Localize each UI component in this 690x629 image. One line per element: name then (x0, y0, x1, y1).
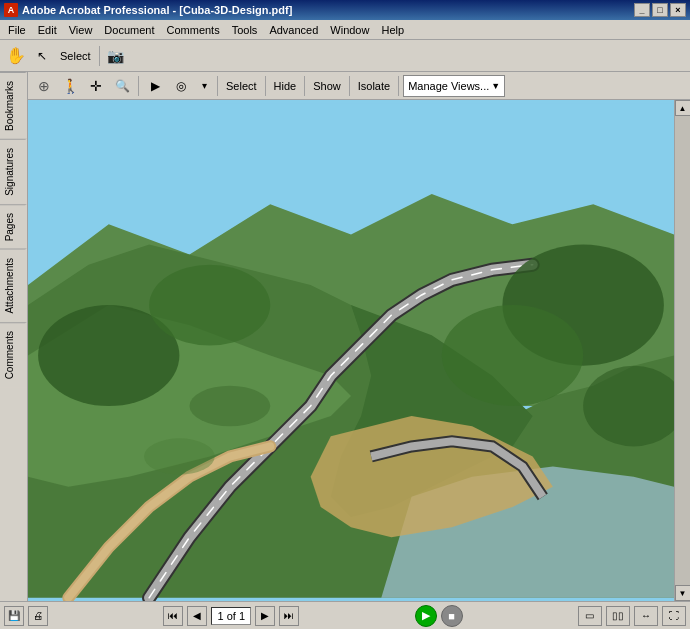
fit-width-button[interactable]: ↔ (634, 606, 658, 626)
menu-view[interactable]: View (63, 20, 99, 39)
last-page-button[interactable]: ⏭ (279, 606, 299, 626)
separator-2 (217, 76, 218, 96)
scroll-track (675, 116, 691, 585)
select-label[interactable]: Select (56, 48, 95, 64)
svg-point-13 (144, 438, 215, 474)
separator-1 (138, 76, 139, 96)
window-title: Adobe Acrobat Professional - [Cuba-3D-De… (22, 4, 292, 16)
3d-dropdown-button[interactable]: ▾ (195, 74, 213, 98)
title-bar-left: A Adobe Acrobat Professional - [Cuba-3D-… (4, 3, 292, 17)
stop-gray-button[interactable]: ■ (441, 605, 463, 627)
manage-views-button[interactable]: Manage Views... ▼ (403, 75, 505, 97)
content-area: ⊕ 🚶 ✛ 🔍 ▶ ◎ ▾ Select Hide Show Isolate (28, 72, 690, 601)
toolbar-3d: ⊕ 🚶 ✛ 🔍 ▶ ◎ ▾ Select Hide Show Isolate (28, 72, 690, 100)
3d-canvas[interactable] (28, 100, 674, 601)
first-page-button[interactable]: ⏮ (163, 606, 183, 626)
menu-file[interactable]: File (2, 20, 32, 39)
status-bar: 💾 🖨 ⏮ ◀ ▶ ⏭ ▶ ■ ▭ ▯▯ ↔ ⛶ (0, 601, 690, 629)
toolbar-separator (99, 46, 100, 66)
title-controls[interactable]: _ □ × (634, 3, 686, 17)
prev-page-button[interactable]: ◀ (187, 606, 207, 626)
sidebar-tab-pages[interactable]: Pages (0, 204, 27, 249)
sidebar: Bookmarks Signatures Pages Attachments C… (0, 72, 28, 601)
play-controls: ▶ ■ (415, 605, 463, 627)
menu-window[interactable]: Window (324, 20, 375, 39)
svg-point-8 (149, 265, 270, 346)
main-area: Bookmarks Signatures Pages Attachments C… (0, 72, 690, 601)
menu-document[interactable]: Document (98, 20, 160, 39)
menu-tools[interactable]: Tools (226, 20, 264, 39)
separator-6 (398, 76, 399, 96)
select-tool-button[interactable]: ↖ (30, 44, 54, 68)
scroll-up-arrow[interactable]: ▲ (675, 100, 691, 116)
menu-comments[interactable]: Comments (161, 20, 226, 39)
svg-point-12 (190, 386, 271, 426)
menu-bar: File Edit View Document Comments Tools A… (0, 20, 690, 40)
single-page-button[interactable]: ▭ (578, 606, 602, 626)
play-green-button[interactable]: ▶ (415, 605, 437, 627)
sidebar-tab-signatures[interactable]: Signatures (0, 139, 27, 204)
hide-action-button[interactable]: Hide (270, 78, 301, 94)
title-bar: A Adobe Acrobat Professional - [Cuba-3D-… (0, 0, 690, 20)
separator-3 (265, 76, 266, 96)
toolbar-main: ✋ ↖ Select 📷 (0, 40, 690, 72)
separator-5 (349, 76, 350, 96)
hand-tool-button[interactable]: ✋ (4, 44, 28, 68)
canvas-scrollbar-area: ▲ ▼ (28, 100, 690, 601)
status-right: ▭ ▯▯ ↔ ⛶ (578, 606, 686, 626)
save-button[interactable]: 💾 (4, 606, 24, 626)
close-button[interactable]: × (670, 3, 686, 17)
menu-edit[interactable]: Edit (32, 20, 63, 39)
select-action-button[interactable]: Select (222, 78, 261, 94)
3d-scene-svg (28, 100, 674, 601)
status-left: 💾 🖨 (4, 606, 48, 626)
show-action-button[interactable]: Show (309, 78, 345, 94)
snapshot-tool-button[interactable]: 📷 (104, 44, 128, 68)
zoom-tool-button[interactable]: 🔍 (110, 74, 134, 98)
manage-views-arrow: ▼ (491, 81, 500, 91)
page-input[interactable] (211, 607, 251, 625)
scroll-down-arrow[interactable]: ▼ (675, 585, 691, 601)
sidebar-tab-bookmarks[interactable]: Bookmarks (0, 72, 27, 139)
maximize-button[interactable]: □ (652, 3, 668, 17)
sidebar-tab-attachments[interactable]: Attachments (0, 249, 27, 322)
print-button[interactable]: 🖨 (28, 606, 48, 626)
fit-page-button[interactable]: ⛶ (662, 606, 686, 626)
manage-views-label: Manage Views... (408, 80, 489, 92)
menu-help[interactable]: Help (375, 20, 410, 39)
app-icon: A (4, 3, 18, 17)
right-scrollbar[interactable]: ▲ ▼ (674, 100, 690, 601)
next-page-button[interactable]: ▶ (255, 606, 275, 626)
page-navigation: ⏮ ◀ ▶ ⏭ (163, 606, 299, 626)
sidebar-tab-comments[interactable]: Comments (0, 322, 27, 387)
menu-advanced[interactable]: Advanced (263, 20, 324, 39)
isolate-action-button[interactable]: Isolate (354, 78, 394, 94)
orbit-tool-button[interactable]: ⊕ (32, 74, 56, 98)
pan-tool-button[interactable]: ✛ (84, 74, 108, 98)
minimize-button[interactable]: _ (634, 3, 650, 17)
3d-object-button[interactable]: ◎ (169, 74, 193, 98)
walk-tool-button[interactable]: 🚶 (58, 74, 82, 98)
play-button[interactable]: ▶ (143, 74, 167, 98)
two-page-button[interactable]: ▯▯ (606, 606, 630, 626)
separator-4 (304, 76, 305, 96)
svg-point-10 (442, 305, 583, 406)
